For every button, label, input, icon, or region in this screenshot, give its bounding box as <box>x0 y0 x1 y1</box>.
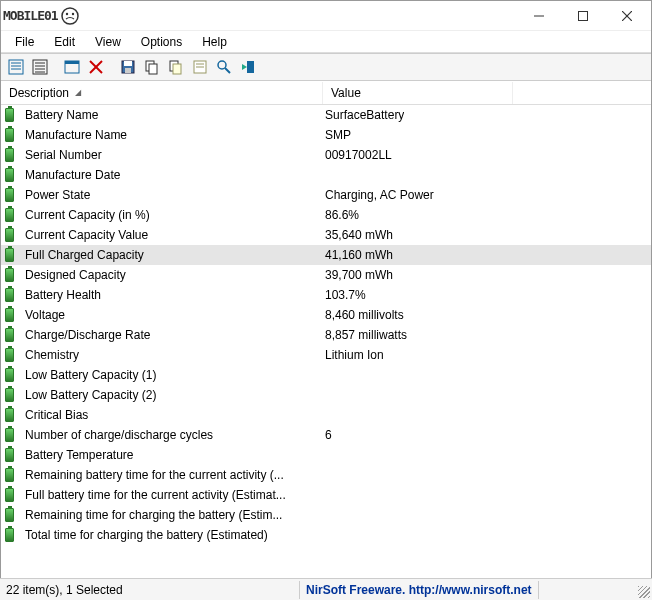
list-item[interactable]: Remaining time for charging the battery … <box>1 505 651 525</box>
cell-description: Serial Number <box>25 148 325 162</box>
battery-icon <box>5 148 19 162</box>
battery-icon <box>5 488 19 502</box>
tb-detail-view-icon[interactable] <box>5 56 27 78</box>
cell-description: Current Capacity Value <box>25 228 325 242</box>
battery-icon <box>5 188 19 202</box>
cell-description: Remaining battery time for the current a… <box>25 468 325 482</box>
tb-exit-icon[interactable] <box>237 56 259 78</box>
cell-description: Designed Capacity <box>25 268 325 282</box>
list-item[interactable]: Low Battery Capacity (2) <box>1 385 651 405</box>
titlebar: MOBILE01 <box>1 1 651 31</box>
cell-description: Charge/Discharge Rate <box>25 328 325 342</box>
list-item[interactable]: Manufacture NameSMP <box>1 125 651 145</box>
cell-value: SMP <box>325 128 351 142</box>
cell-description: Critical Bias <box>25 408 325 422</box>
menu-help[interactable]: Help <box>192 33 237 51</box>
cell-description: Battery Health <box>25 288 325 302</box>
tb-find-icon[interactable] <box>213 56 235 78</box>
cell-description: Full Charged Capacity <box>25 248 325 262</box>
tb-html-report-icon[interactable] <box>189 56 211 78</box>
cell-description: Battery Name <box>25 108 325 122</box>
svg-rect-32 <box>247 61 254 73</box>
list-item[interactable]: Full Charged Capacity41,160 mWh <box>1 245 651 265</box>
svg-rect-4 <box>579 11 588 20</box>
tb-copytext-icon[interactable] <box>165 56 187 78</box>
menu-file[interactable]: File <box>5 33 44 51</box>
battery-icon <box>5 428 19 442</box>
list-item[interactable]: Full battery time for the current activi… <box>1 485 651 505</box>
list-item[interactable]: Voltage8,460 millivolts <box>1 305 651 325</box>
column-headers: Description ◢ Value <box>1 81 651 105</box>
tb-save-icon[interactable] <box>117 56 139 78</box>
tb-copy-icon[interactable] <box>141 56 163 78</box>
cell-value: 8,460 millivolts <box>325 308 404 322</box>
list-item[interactable]: Critical Bias <box>1 405 651 425</box>
battery-icon <box>5 448 19 462</box>
list-item[interactable]: Current Capacity Value35,640 mWh <box>1 225 651 245</box>
cell-value: 8,857 milliwatts <box>325 328 407 342</box>
maximize-button[interactable] <box>561 2 605 30</box>
cell-value: 103.7% <box>325 288 366 302</box>
svg-point-1 <box>65 12 67 14</box>
tb-properties-icon[interactable] <box>61 56 83 78</box>
list-item[interactable]: Low Battery Capacity (1) <box>1 365 651 385</box>
close-button[interactable] <box>605 2 649 30</box>
cell-description: Full battery time for the current activi… <box>25 488 325 502</box>
cell-description: Voltage <box>25 308 325 322</box>
tb-list-view-icon[interactable] <box>29 56 51 78</box>
tb-delete-icon[interactable] <box>85 56 107 78</box>
menu-view[interactable]: View <box>85 33 131 51</box>
list-item[interactable]: ChemistryLithium Ion <box>1 345 651 365</box>
svg-rect-7 <box>9 60 23 74</box>
cell-description: Current Capacity (in %) <box>25 208 325 222</box>
svg-rect-26 <box>173 64 181 74</box>
header-value[interactable]: Value <box>323 82 513 104</box>
cell-description: Number of charge/discharge cycles <box>25 428 325 442</box>
list-item[interactable]: Battery Health103.7% <box>1 285 651 305</box>
svg-point-0 <box>62 8 78 24</box>
app-title: MOBILE01 <box>3 8 58 23</box>
battery-icon <box>5 508 19 522</box>
cell-value: Charging, AC Power <box>325 188 434 202</box>
list-item[interactable]: Battery Temperature <box>1 445 651 465</box>
battery-icon <box>5 468 19 482</box>
cell-description: Low Battery Capacity (1) <box>25 368 325 382</box>
list-item[interactable]: Serial Number00917002LL <box>1 145 651 165</box>
list-item[interactable]: Charge/Discharge Rate8,857 milliwatts <box>1 325 651 345</box>
list-item[interactable]: Power StateCharging, AC Power <box>1 185 651 205</box>
status-count: 22 item(s), 1 Selected <box>0 581 300 599</box>
menu-options[interactable]: Options <box>131 33 192 51</box>
header-description[interactable]: Description ◢ <box>1 82 323 104</box>
battery-icon <box>5 248 19 262</box>
battery-icon <box>5 168 19 182</box>
cell-description: Battery Temperature <box>25 448 325 462</box>
list-item[interactable]: Number of charge/discharge cycles6 <box>1 425 651 445</box>
svg-rect-22 <box>125 68 131 73</box>
cell-description: Chemistry <box>25 348 325 362</box>
statusbar: 22 item(s), 1 Selected NirSoft Freeware.… <box>0 578 652 600</box>
battery-icon <box>5 128 19 142</box>
list-item[interactable]: Current Capacity (in %)86.6% <box>1 205 651 225</box>
cell-value: Lithium Ion <box>325 348 384 362</box>
list-item[interactable]: Designed Capacity39,700 mWh <box>1 265 651 285</box>
list-item[interactable]: Total time for charging the battery (Est… <box>1 525 651 545</box>
header-value-label: Value <box>331 86 361 100</box>
cell-description: Manufacture Date <box>25 168 325 182</box>
resize-grip-icon[interactable] <box>638 586 650 598</box>
sort-indicator-icon: ◢ <box>75 88 81 97</box>
list-view[interactable]: Battery NameSurfaceBatteryManufacture Na… <box>1 105 651 570</box>
battery-icon <box>5 368 19 382</box>
list-item[interactable]: Manufacture Date <box>1 165 651 185</box>
header-description-label: Description <box>9 86 69 100</box>
battery-icon <box>5 408 19 422</box>
svg-line-31 <box>225 68 230 73</box>
cell-value: 00917002LL <box>325 148 392 162</box>
list-item[interactable]: Battery NameSurfaceBattery <box>1 105 651 125</box>
cell-value: 39,700 mWh <box>325 268 393 282</box>
list-item[interactable]: Remaining battery time for the current a… <box>1 465 651 485</box>
svg-rect-21 <box>124 61 132 66</box>
cell-description: Manufacture Name <box>25 128 325 142</box>
battery-icon <box>5 208 19 222</box>
menu-edit[interactable]: Edit <box>44 33 85 51</box>
minimize-button[interactable] <box>517 2 561 30</box>
